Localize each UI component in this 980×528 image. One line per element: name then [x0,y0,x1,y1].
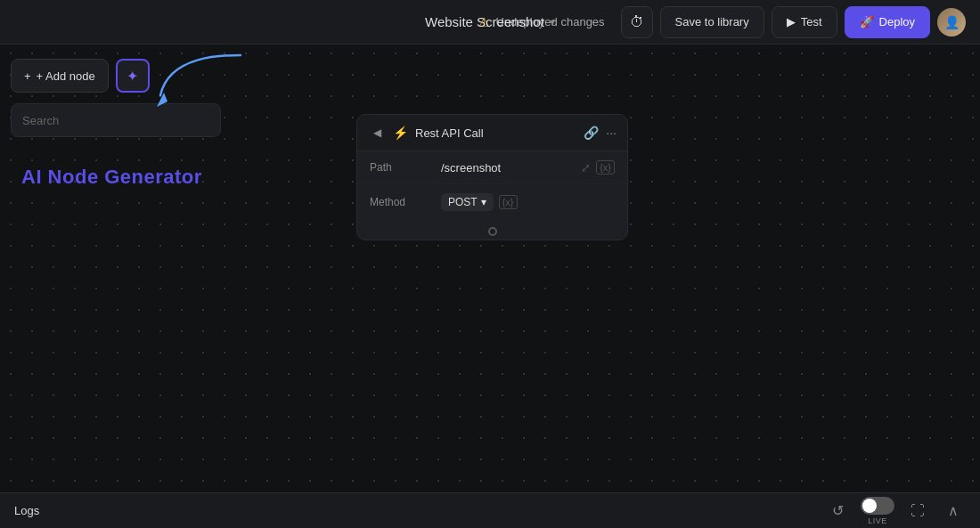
toolbar-row: + + Add node ✦ [11,59,221,93]
node-title: Rest API Call [415,126,484,140]
node-card-body: Path /screenshot ⤢ {x} Method POST ▾ {x} [357,151,627,220]
search-input[interactable] [11,103,221,137]
history-icon: ⏱ [630,14,644,30]
method-dropdown[interactable]: POST ▾ [441,193,494,211]
method-row: Method POST ▾ {x} [357,184,627,220]
left-panel: + + Add node ✦ AI Node Generator [0,45,232,492]
avatar[interactable]: 👤 [937,8,966,37]
play-icon: ▶ [787,15,796,28]
method-value: POST [448,196,478,208]
connector-dot [488,227,497,236]
deploy-label: Deploy [879,15,915,28]
project-title: Website Screenshot [425,14,544,29]
node-connector [357,220,627,240]
node-card-header: ◀ ⚡ Rest API Call 🔗 ··· [357,115,627,151]
plus-icon: + [24,69,31,83]
expand-icon[interactable]: ⤢ [581,161,591,175]
collapse-logs-button[interactable]: ∧ [941,499,966,524]
project-title-section: Website Screenshot ▾ [425,14,555,29]
path-value: /screenshot [441,161,581,175]
rocket-icon: 🚀 [860,15,874,28]
add-node-button[interactable]: + + Add node [11,59,109,93]
logs-bar: Logs ↺ LIVE ⛶ ∧ [0,492,980,528]
chevron-icon: ▾ [481,196,486,208]
ai-wand-button[interactable]: ✦ [116,59,150,93]
rest-api-call-node: ◀ ⚡ Rest API Call 🔗 ··· Path /screenshot… [356,114,628,240]
deploy-button[interactable]: 🚀 Deploy [845,6,930,38]
link-icon[interactable]: 🔗 [584,126,599,140]
live-label: LIVE [868,516,887,525]
method-label: Method [370,196,441,208]
project-dropdown-icon[interactable]: ▾ [550,16,555,28]
logs-right-actions: ↺ LIVE ⛶ ∧ [825,497,966,525]
lightning-icon: ⚡ [393,126,408,140]
fullscreen-button[interactable]: ⛶ [905,499,930,524]
logs-label: Logs [14,504,39,517]
save-to-library-button[interactable]: Save to library [660,6,764,38]
collapse-button[interactable]: ◀ [368,124,386,142]
variable-icon[interactable]: {x} [596,160,615,175]
top-bar: Website Screenshot ▾ ⚠ Undeployed change… [0,0,980,45]
ai-node-generator-label: AI Node Generator [11,148,221,207]
path-label: Path [370,161,441,174]
test-label: Test [801,15,822,28]
add-node-label: + Add node [37,69,95,83]
refresh-button[interactable]: ↺ [825,499,850,524]
test-button[interactable]: ▶ Test [772,6,837,38]
wand-icon: ✦ [127,68,138,85]
history-button[interactable]: ⏱ [621,6,653,38]
save-label: Save to library [675,15,749,28]
more-options-icon[interactable]: ··· [606,126,617,140]
path-row: Path /screenshot ⤢ {x} [357,151,627,184]
live-toggle[interactable]: LIVE [861,497,894,525]
search-wrapper [11,103,221,137]
method-variable-icon[interactable]: {x} [499,195,518,209]
